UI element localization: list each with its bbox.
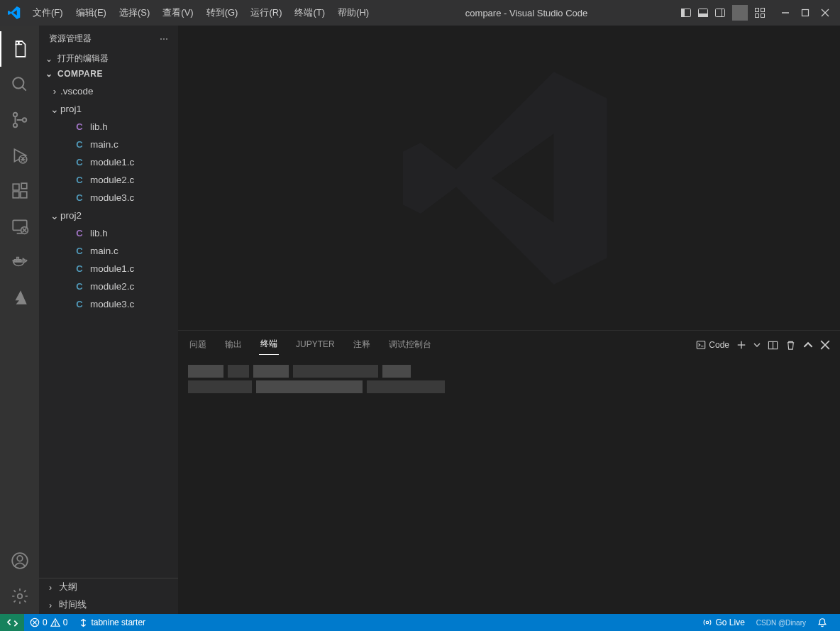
tabnine-icon (79, 618, 88, 627)
open-editors-label: 打开的编辑器 (57, 53, 109, 65)
svg-rect-9 (761, 14, 765, 18)
chevron-right-icon: › (49, 86, 60, 97)
activity-docker-icon[interactable] (0, 244, 39, 280)
kill-terminal-button[interactable] (785, 340, 796, 351)
workspace-label: COMPARE (57, 69, 103, 79)
panel-tab-jupyter[interactable]: JUPYTER (294, 336, 336, 353)
folder-label: proj1 (60, 104, 82, 114)
file-main.c[interactable]: Cmain.c (39, 242, 178, 260)
close-button[interactable] (817, 5, 833, 21)
folder-label: proj2 (60, 210, 82, 221)
sidebar-more-icon[interactable]: ⋯ (160, 34, 168, 44)
toggle-panel-icon[interactable] (695, 5, 711, 21)
svg-point-34 (17, 556, 23, 561)
file-module2.c[interactable]: Cmodule2.c (39, 171, 178, 189)
panel-tab-output[interactable]: 输出 (223, 336, 243, 355)
panel-tab-terminal[interactable]: 终端 (259, 335, 279, 355)
status-problems[interactable]: 0 0 (24, 614, 73, 631)
terminal-dropdown-icon[interactable] (753, 341, 761, 349)
toggle-secondary-sidebar-icon[interactable] (712, 5, 728, 21)
status-bar: 0 0 tabnine starter Go Live CSDN @Dinary (0, 614, 840, 631)
section-timeline[interactable]: › 时间线 (39, 596, 178, 614)
terminal-profile-button[interactable]: Code (696, 340, 729, 350)
svg-point-48 (707, 621, 709, 624)
menu-run[interactable]: 运行(R) (245, 4, 287, 22)
file-module3.c[interactable]: Cmodule3.c (39, 189, 178, 207)
menu-selection[interactable]: 选择(S) (114, 4, 155, 22)
c-file-icon: C (73, 157, 86, 168)
golive-label: Go Live (715, 618, 744, 627)
file-label: lib.h (90, 228, 108, 238)
remote-indicator[interactable] (0, 614, 24, 631)
activity-explorer-icon[interactable] (0, 31, 39, 67)
file-tree: ›.vscode⌄proj1Clib.hCmain.cCmodule1.cCmo… (39, 81, 178, 314)
file-module1.c[interactable]: Cmodule1.c (39, 153, 178, 171)
menu-terminal[interactable]: 终端(T) (289, 4, 331, 22)
chevron-right-icon: › (45, 600, 56, 610)
file-label: module3.c (90, 192, 134, 203)
window-title: compare - Visual Studio Code (375, 8, 678, 18)
svg-rect-7 (761, 9, 765, 12)
activity-azure-icon[interactable] (0, 280, 39, 315)
file-label: lib.h (90, 121, 108, 132)
panel-tab-problems[interactable]: 问题 (188, 336, 208, 355)
c-file-icon: C (73, 139, 86, 150)
svg-rect-32 (16, 258, 18, 260)
activity-accounts-icon[interactable] (0, 543, 39, 578)
activity-remote-explorer-icon[interactable] (0, 209, 39, 244)
file-module1.c[interactable]: Cmodule1.c (39, 260, 178, 278)
file-module3.c[interactable]: Cmodule3.c (39, 295, 178, 313)
svg-point-17 (13, 124, 16, 127)
maximize-button[interactable] (797, 5, 813, 21)
terminal-body[interactable] (178, 355, 840, 614)
activity-settings-icon[interactable] (0, 578, 39, 614)
chevron-down-icon: ⌄ (49, 104, 60, 115)
svg-rect-21 (13, 192, 19, 198)
maximize-panel-button[interactable] (803, 340, 813, 350)
activity-run-debug-icon[interactable] (0, 138, 39, 173)
folder-proj1[interactable]: ⌄proj1 (39, 100, 178, 118)
split-terminal-button[interactable] (768, 340, 778, 351)
folder-proj2[interactable]: ⌄proj2 (39, 207, 178, 224)
svg-point-14 (13, 77, 23, 88)
divider (732, 5, 748, 21)
section-workspace[interactable]: ⌄ COMPARE (39, 67, 178, 81)
chevron-down-icon: ⌄ (49, 210, 60, 221)
folder-.vscode[interactable]: ›.vscode (39, 82, 178, 100)
panel-tab-debug-console[interactable]: 调试控制台 (387, 336, 433, 355)
svg-point-47 (55, 625, 55, 625)
section-open-editors[interactable]: ⌄ 打开的编辑器 (39, 50, 178, 67)
activity-search-icon[interactable] (0, 67, 39, 102)
menu-file[interactable]: 文件(F) (27, 4, 69, 22)
activity-extensions-icon[interactable] (0, 173, 39, 209)
menu-help[interactable]: 帮助(H) (332, 4, 375, 22)
customize-layout-icon[interactable] (752, 5, 768, 21)
menu-go[interactable]: 转到(G) (201, 4, 244, 22)
file-lib.h[interactable]: Clib.h (39, 224, 178, 242)
chevron-right-icon: › (45, 583, 56, 593)
file-lib.h[interactable]: Clib.h (39, 118, 178, 136)
close-panel-button[interactable] (820, 340, 830, 350)
warning-icon (50, 618, 60, 627)
vscode-watermark-icon (403, 72, 616, 285)
chevron-down-icon: ⌄ (43, 54, 55, 64)
panel-tab-comments[interactable]: 注释 (352, 336, 372, 355)
svg-rect-4 (716, 9, 725, 17)
menu-bar: 文件(F) 编辑(E) 选择(S) 查看(V) 转到(G) 运行(R) 终端(T… (27, 4, 375, 22)
minimize-button[interactable] (778, 5, 793, 21)
section-outline[interactable]: › 大纲 (39, 578, 178, 596)
activity-source-control-icon[interactable] (0, 102, 39, 138)
file-main.c[interactable]: Cmain.c (39, 136, 178, 153)
file-label: module2.c (90, 281, 134, 292)
status-tabnine[interactable]: tabnine starter (73, 614, 151, 631)
new-terminal-button[interactable] (736, 340, 746, 350)
tabnine-label: tabnine starter (91, 618, 145, 627)
file-label: module2.c (90, 175, 134, 185)
menu-view[interactable]: 查看(V) (157, 4, 199, 22)
toggle-primary-sidebar-icon[interactable] (678, 5, 694, 21)
status-golive[interactable]: Go Live (697, 618, 750, 627)
file-module2.c[interactable]: Cmodule2.c (39, 278, 178, 295)
svg-rect-22 (21, 192, 27, 198)
status-notifications[interactable] (812, 618, 833, 627)
menu-edit[interactable]: 编辑(E) (70, 4, 112, 22)
